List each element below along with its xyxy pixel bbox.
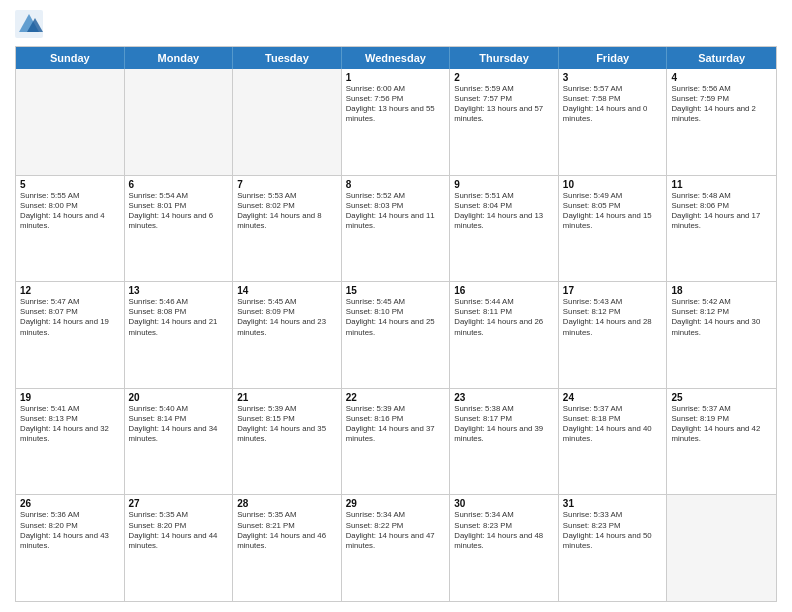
calendar-cell: 21Sunrise: 5:39 AM Sunset: 8:15 PM Dayli… [233, 389, 342, 495]
calendar-cell: 20Sunrise: 5:40 AM Sunset: 8:14 PM Dayli… [125, 389, 234, 495]
cell-info: Sunrise: 5:35 AM Sunset: 8:20 PM Dayligh… [129, 510, 229, 551]
cell-info: Sunrise: 5:51 AM Sunset: 8:04 PM Dayligh… [454, 191, 554, 232]
calendar-cell: 10Sunrise: 5:49 AM Sunset: 8:05 PM Dayli… [559, 176, 668, 282]
day-number: 4 [671, 72, 772, 83]
day-number: 31 [563, 498, 663, 509]
calendar-cell: 22Sunrise: 5:39 AM Sunset: 8:16 PM Dayli… [342, 389, 451, 495]
calendar-cell [125, 69, 234, 175]
cell-info: Sunrise: 5:46 AM Sunset: 8:08 PM Dayligh… [129, 297, 229, 338]
calendar-cell: 29Sunrise: 5:34 AM Sunset: 8:22 PM Dayli… [342, 495, 451, 601]
day-number: 9 [454, 179, 554, 190]
day-number: 23 [454, 392, 554, 403]
cell-info: Sunrise: 5:45 AM Sunset: 8:09 PM Dayligh… [237, 297, 337, 338]
day-number: 13 [129, 285, 229, 296]
calendar-cell: 24Sunrise: 5:37 AM Sunset: 8:18 PM Dayli… [559, 389, 668, 495]
calendar-cell: 26Sunrise: 5:36 AM Sunset: 8:20 PM Dayli… [16, 495, 125, 601]
cell-info: Sunrise: 5:39 AM Sunset: 8:16 PM Dayligh… [346, 404, 446, 445]
logo [15, 10, 47, 38]
calendar-cell: 8Sunrise: 5:52 AM Sunset: 8:03 PM Daylig… [342, 176, 451, 282]
cell-info: Sunrise: 5:37 AM Sunset: 8:18 PM Dayligh… [563, 404, 663, 445]
calendar-cell: 28Sunrise: 5:35 AM Sunset: 8:21 PM Dayli… [233, 495, 342, 601]
calendar-cell: 17Sunrise: 5:43 AM Sunset: 8:12 PM Dayli… [559, 282, 668, 388]
logo-icon [15, 10, 43, 38]
day-number: 24 [563, 392, 663, 403]
day-of-week-header: Tuesday [233, 47, 342, 69]
cell-info: Sunrise: 5:59 AM Sunset: 7:57 PM Dayligh… [454, 84, 554, 125]
calendar-body: 1Sunrise: 6:00 AM Sunset: 7:56 PM Daylig… [16, 69, 776, 601]
day-of-week-header: Friday [559, 47, 668, 69]
calendar-cell: 19Sunrise: 5:41 AM Sunset: 8:13 PM Dayli… [16, 389, 125, 495]
cell-info: Sunrise: 5:35 AM Sunset: 8:21 PM Dayligh… [237, 510, 337, 551]
cell-info: Sunrise: 5:41 AM Sunset: 8:13 PM Dayligh… [20, 404, 120, 445]
cell-info: Sunrise: 5:55 AM Sunset: 8:00 PM Dayligh… [20, 191, 120, 232]
calendar-cell [667, 495, 776, 601]
calendar-cell: 11Sunrise: 5:48 AM Sunset: 8:06 PM Dayli… [667, 176, 776, 282]
day-number: 27 [129, 498, 229, 509]
cell-info: Sunrise: 5:49 AM Sunset: 8:05 PM Dayligh… [563, 191, 663, 232]
calendar-cell: 2Sunrise: 5:59 AM Sunset: 7:57 PM Daylig… [450, 69, 559, 175]
calendar-cell: 14Sunrise: 5:45 AM Sunset: 8:09 PM Dayli… [233, 282, 342, 388]
cell-info: Sunrise: 5:39 AM Sunset: 8:15 PM Dayligh… [237, 404, 337, 445]
cell-info: Sunrise: 5:33 AM Sunset: 8:23 PM Dayligh… [563, 510, 663, 551]
cell-info: Sunrise: 5:44 AM Sunset: 8:11 PM Dayligh… [454, 297, 554, 338]
cell-info: Sunrise: 5:56 AM Sunset: 7:59 PM Dayligh… [671, 84, 772, 125]
calendar-cell: 16Sunrise: 5:44 AM Sunset: 8:11 PM Dayli… [450, 282, 559, 388]
cell-info: Sunrise: 5:45 AM Sunset: 8:10 PM Dayligh… [346, 297, 446, 338]
calendar-cell: 5Sunrise: 5:55 AM Sunset: 8:00 PM Daylig… [16, 176, 125, 282]
cell-info: Sunrise: 5:54 AM Sunset: 8:01 PM Dayligh… [129, 191, 229, 232]
day-number: 11 [671, 179, 772, 190]
calendar-row: 26Sunrise: 5:36 AM Sunset: 8:20 PM Dayli… [16, 495, 776, 601]
day-number: 21 [237, 392, 337, 403]
day-of-week-header: Sunday [16, 47, 125, 69]
day-of-week-header: Saturday [667, 47, 776, 69]
cell-info: Sunrise: 5:34 AM Sunset: 8:23 PM Dayligh… [454, 510, 554, 551]
calendar-row: 19Sunrise: 5:41 AM Sunset: 8:13 PM Dayli… [16, 389, 776, 496]
calendar-cell: 25Sunrise: 5:37 AM Sunset: 8:19 PM Dayli… [667, 389, 776, 495]
header [15, 10, 777, 38]
calendar-cell: 15Sunrise: 5:45 AM Sunset: 8:10 PM Dayli… [342, 282, 451, 388]
day-number: 22 [346, 392, 446, 403]
cell-info: Sunrise: 5:48 AM Sunset: 8:06 PM Dayligh… [671, 191, 772, 232]
cell-info: Sunrise: 5:52 AM Sunset: 8:03 PM Dayligh… [346, 191, 446, 232]
calendar-cell: 6Sunrise: 5:54 AM Sunset: 8:01 PM Daylig… [125, 176, 234, 282]
calendar-row: 5Sunrise: 5:55 AM Sunset: 8:00 PM Daylig… [16, 176, 776, 283]
day-number: 19 [20, 392, 120, 403]
day-number: 16 [454, 285, 554, 296]
day-number: 8 [346, 179, 446, 190]
cell-info: Sunrise: 5:42 AM Sunset: 8:12 PM Dayligh… [671, 297, 772, 338]
day-number: 12 [20, 285, 120, 296]
cell-info: Sunrise: 5:40 AM Sunset: 8:14 PM Dayligh… [129, 404, 229, 445]
day-number: 2 [454, 72, 554, 83]
day-number: 3 [563, 72, 663, 83]
calendar-cell: 4Sunrise: 5:56 AM Sunset: 7:59 PM Daylig… [667, 69, 776, 175]
day-of-week-header: Thursday [450, 47, 559, 69]
cell-info: Sunrise: 5:37 AM Sunset: 8:19 PM Dayligh… [671, 404, 772, 445]
calendar-cell: 31Sunrise: 5:33 AM Sunset: 8:23 PM Dayli… [559, 495, 668, 601]
day-number: 14 [237, 285, 337, 296]
calendar-cell [233, 69, 342, 175]
calendar-cell [16, 69, 125, 175]
day-number: 18 [671, 285, 772, 296]
day-number: 17 [563, 285, 663, 296]
calendar-cell: 3Sunrise: 5:57 AM Sunset: 7:58 PM Daylig… [559, 69, 668, 175]
page: SundayMondayTuesdayWednesdayThursdayFrid… [0, 0, 792, 612]
day-number: 6 [129, 179, 229, 190]
day-number: 10 [563, 179, 663, 190]
cell-info: Sunrise: 5:43 AM Sunset: 8:12 PM Dayligh… [563, 297, 663, 338]
calendar-cell: 1Sunrise: 6:00 AM Sunset: 7:56 PM Daylig… [342, 69, 451, 175]
calendar-cell: 18Sunrise: 5:42 AM Sunset: 8:12 PM Dayli… [667, 282, 776, 388]
cell-info: Sunrise: 5:36 AM Sunset: 8:20 PM Dayligh… [20, 510, 120, 551]
day-number: 25 [671, 392, 772, 403]
day-number: 20 [129, 392, 229, 403]
calendar-cell: 12Sunrise: 5:47 AM Sunset: 8:07 PM Dayli… [16, 282, 125, 388]
cell-info: Sunrise: 5:53 AM Sunset: 8:02 PM Dayligh… [237, 191, 337, 232]
calendar-cell: 27Sunrise: 5:35 AM Sunset: 8:20 PM Dayli… [125, 495, 234, 601]
calendar-header: SundayMondayTuesdayWednesdayThursdayFrid… [16, 47, 776, 69]
calendar-row: 1Sunrise: 6:00 AM Sunset: 7:56 PM Daylig… [16, 69, 776, 176]
cell-info: Sunrise: 6:00 AM Sunset: 7:56 PM Dayligh… [346, 84, 446, 125]
day-number: 28 [237, 498, 337, 509]
day-of-week-header: Monday [125, 47, 234, 69]
calendar-cell: 7Sunrise: 5:53 AM Sunset: 8:02 PM Daylig… [233, 176, 342, 282]
day-number: 15 [346, 285, 446, 296]
day-of-week-header: Wednesday [342, 47, 451, 69]
